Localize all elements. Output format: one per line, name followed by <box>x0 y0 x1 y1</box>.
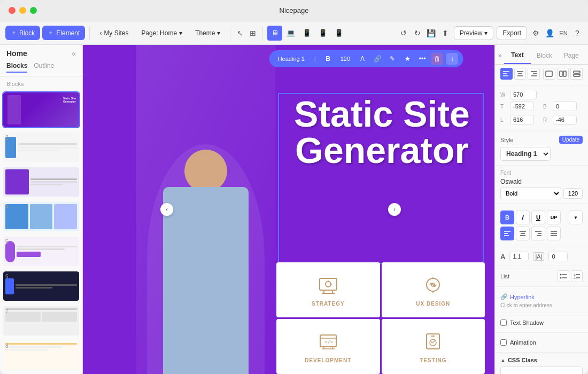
strategy-icon <box>316 273 340 297</box>
canvas[interactable]: Heading 1 | B 120 A 🔗 ✎ ★ ••• 🗑 ↓ Static… <box>83 45 494 374</box>
hyperlink-row[interactable]: 🔗 Hyperlink <box>500 293 583 300</box>
page-selector[interactable]: Page: Home ▾ <box>136 27 188 40</box>
block-item-1[interactable]: 1 Static SiteGenerator <box>2 91 80 128</box>
heading-container[interactable]: Static Site Generator <box>279 96 485 168</box>
t-input[interactable] <box>510 102 534 111</box>
animation-row[interactable]: Animation <box>500 339 583 346</box>
edit-icon[interactable]: ✎ <box>386 53 398 65</box>
align-left-btn[interactable] <box>500 68 513 80</box>
close-button[interactable] <box>9 7 16 14</box>
panel-expand-icon[interactable]: » <box>498 52 502 59</box>
style-select[interactable]: Heading 1 Heading 2 Paragraph <box>500 147 551 161</box>
redo-icon[interactable]: ↻ <box>412 28 423 38</box>
settings-icon[interactable]: ⚙ <box>530 28 541 38</box>
star-icon[interactable]: ★ <box>401 53 413 65</box>
left-panel-header: Home « <box>0 45 82 62</box>
animation-checkbox[interactable] <box>500 339 507 346</box>
language-label[interactable]: EN <box>558 28 569 38</box>
underline-btn[interactable]: U <box>531 211 545 224</box>
block-add-button[interactable]: ＋ Block <box>5 26 40 40</box>
block-item-6[interactable]: 6 <box>2 270 80 302</box>
update-button[interactable]: Update <box>559 136 583 144</box>
maximize-button[interactable] <box>30 7 37 14</box>
align-justify-text-btn[interactable] <box>547 227 561 240</box>
letter-spacing-input[interactable] <box>548 252 568 261</box>
laptop-icon[interactable]: 💻 <box>283 26 298 41</box>
select-tool-icon[interactable]: ↖ <box>235 28 245 38</box>
block-item-5[interactable]: 5 <box>2 236 80 267</box>
undo-icon[interactable]: ↺ <box>398 28 409 38</box>
tab-page[interactable]: Page <box>558 48 585 64</box>
element-add-button[interactable]: ＋ Element <box>42 26 85 40</box>
tab-blocks[interactable]: Blocks <box>6 62 27 73</box>
font-style-select[interactable]: Bold Regular Italic <box>500 188 561 199</box>
r-input[interactable] <box>553 115 577 124</box>
b-input[interactable] <box>553 102 577 111</box>
layout-3-btn[interactable] <box>570 68 583 80</box>
minimize-button[interactable] <box>19 7 26 14</box>
tab-outline[interactable]: Outline <box>34 62 54 73</box>
delete-icon[interactable]: 🗑 <box>431 53 443 65</box>
ordered-list-btn[interactable]: 1.2. <box>571 270 583 282</box>
bold-format-icon[interactable]: B <box>322 53 334 65</box>
help-icon[interactable]: ? <box>572 28 583 38</box>
service-testing[interactable]: TESTING <box>382 319 485 374</box>
tab-block[interactable]: Block <box>531 48 558 64</box>
service-ux[interactable]: UX DESIGN <box>382 262 485 317</box>
move-down-icon[interactable]: ↓ <box>446 53 458 65</box>
text-shadow-row[interactable]: Text Shadow <box>500 320 583 326</box>
unordered-list-btn[interactable] <box>558 270 569 282</box>
line-height-input[interactable] <box>509 252 529 261</box>
collapse-icon[interactable]: « <box>72 49 76 58</box>
theme-button[interactable]: Theme ▾ <box>190 27 226 40</box>
italic-btn[interactable]: I <box>516 211 530 224</box>
block-item-7[interactable]: 7 <box>2 305 80 337</box>
share-icon[interactable]: ⬆ <box>440 28 451 38</box>
block-item-8[interactable]: 8 <box>2 340 80 371</box>
my-sites-button[interactable]: ‹ My Sites <box>94 27 134 40</box>
font-section: Font Oswald Bold Regular Italic <box>495 166 588 204</box>
l-input[interactable] <box>510 115 534 124</box>
mobile-small-icon[interactable]: 📱 <box>331 26 346 41</box>
css-class-input[interactable] <box>500 367 583 374</box>
align-center-btn[interactable] <box>514 68 527 80</box>
heading-selector[interactable]: Heading 1 <box>275 54 308 63</box>
canvas-arrow-right[interactable]: › <box>388 203 401 216</box>
preview-button[interactable]: Preview ▾ <box>454 26 494 40</box>
more-format-btn[interactable]: ▼ <box>569 211 583 224</box>
block-item-4[interactable]: 4 <box>2 201 80 232</box>
view-mode-icon[interactable]: ⊞ <box>247 28 258 38</box>
user-icon[interactable]: 👤 <box>544 28 555 38</box>
mobile-icon[interactable]: 📱 <box>315 26 330 41</box>
align-right-btn[interactable] <box>528 68 540 80</box>
align-center-text-btn[interactable] <box>516 227 530 240</box>
text-color-icon[interactable]: A <box>357 53 368 65</box>
font-size-display[interactable]: 120 <box>337 54 353 63</box>
link-icon[interactable]: 🔗 <box>372 53 383 65</box>
canvas-arrow-left[interactable]: ‹ <box>160 203 173 216</box>
canvas-content: Heading 1 | B 120 A 🔗 ✎ ★ ••• 🗑 ↓ Static… <box>83 45 494 374</box>
uppercase-btn[interactable]: UP <box>547 211 561 224</box>
save-icon[interactable]: 💾 <box>426 28 437 38</box>
more-icon[interactable]: ••• <box>416 53 428 65</box>
align-left-text-btn[interactable] <box>500 227 514 240</box>
block-item-2[interactable]: 2 <box>2 131 80 163</box>
bold-btn[interactable]: B <box>500 211 514 224</box>
block-item-3[interactable]: 3 <box>2 166 80 198</box>
align-right-text-btn[interactable] <box>531 227 545 240</box>
layout-1-btn[interactable] <box>543 68 555 80</box>
export-button[interactable]: Export <box>497 26 527 40</box>
service-dev[interactable]: </> DEVELOPMENT <box>276 319 380 374</box>
t-label: T <box>500 104 508 110</box>
css-class-header[interactable]: ▲ CSS Class <box>500 357 583 363</box>
layout-2-btn[interactable] <box>557 68 569 80</box>
floating-toolbar[interactable]: Heading 1 | B 120 A 🔗 ✎ ★ ••• 🗑 ↓ <box>269 50 463 67</box>
tablet-icon[interactable]: 📱 <box>299 26 314 41</box>
desktop-icon[interactable]: 🖥 <box>267 26 282 41</box>
service-strategy[interactable]: STRATEGY <box>276 262 380 317</box>
tab-text[interactable]: Text <box>504 47 531 64</box>
w-input[interactable] <box>510 90 537 99</box>
font-size-input[interactable] <box>563 188 583 199</box>
svg-rect-31 <box>546 71 552 76</box>
text-shadow-checkbox[interactable] <box>500 320 507 326</box>
